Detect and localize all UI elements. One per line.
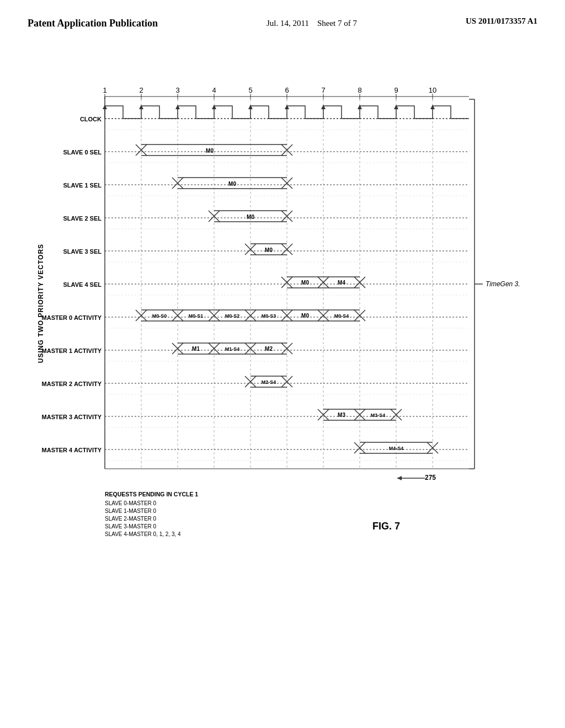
publication-date: Jul. 14, 2011 [266, 19, 309, 28]
s0-m0-label: M0 [206, 148, 214, 154]
label-master4: MASTER 4 ACTIVITY [42, 447, 102, 453]
y-axis-label: USING TWO PRIORITY VECTORS [37, 244, 45, 363]
main-diagram: USING TWO PRIORITY VECTORS 1 2 3 4 5 6 7… [33, 66, 530, 700]
tick-1: 1 [103, 86, 106, 94]
m4-s4-label: M4-S4 [389, 446, 404, 451]
label-slave0: SLAVE 0 SEL [63, 149, 102, 156]
fig-label: FIG. 7 [372, 521, 400, 532]
svg-marker-37 [212, 105, 216, 109]
legend-item2: SLAVE 1-MASTER 0 [105, 508, 157, 514]
label-slave3: SLAVE 3 SEL [63, 248, 102, 255]
m0-label: M0 [301, 313, 309, 319]
m1-s4-label: M1-S4 [225, 346, 240, 352]
tick-3: 3 [175, 86, 179, 94]
m2-s4-label: M2-S4 [262, 379, 276, 385]
m0-s4-label: M0-S4 [334, 313, 349, 319]
tick-6: 6 [285, 86, 289, 94]
m1-label: M1 [192, 346, 200, 352]
label-clock: CLOCK [80, 116, 102, 122]
patent-number: US 2011/0173357 A1 [466, 17, 537, 26]
publication-title: Patent Application Publication [28, 17, 158, 30]
label-master2: MASTER 2 ACTIVITY [42, 381, 102, 387]
header-center: Jul. 14, 2011 Sheet 7 of 7 [266, 17, 357, 30]
sheet-info: Sheet 7 of 7 [317, 19, 357, 28]
s4-m0-label: M0 [301, 280, 309, 286]
svg-marker-36 [175, 105, 180, 109]
m3-label: M3 [338, 412, 345, 418]
annotation-275: 275 [425, 474, 436, 481]
svg-marker-43 [430, 105, 435, 109]
svg-marker-156 [397, 476, 402, 480]
tick-9: 9 [394, 86, 398, 94]
s3-m0-label: M0 [265, 247, 273, 253]
svg-marker-34 [103, 105, 107, 109]
svg-marker-39 [285, 105, 289, 109]
svg-marker-38 [248, 105, 253, 109]
svg-marker-41 [358, 105, 362, 109]
tick-8: 8 [358, 86, 361, 94]
legend-item5: SLAVE 4-MASTER 0, 1, 2, 3, 4 [105, 531, 181, 537]
legend-title: REQUESTS PENDING IN CYCLE 1 [105, 491, 198, 497]
label-master0: MASTER 0 ACTIVITY [42, 314, 102, 321]
m0-s0-label: M0-S0 [152, 313, 167, 319]
m3-s4-label: M3-S4 [371, 413, 386, 418]
m2-label-in-m1: M2 [265, 346, 273, 352]
s1-m0-label: M0 [228, 181, 236, 187]
label-slave2: SLAVE 2 SEL [63, 215, 102, 222]
page-header: Patent Application Publication Jul. 14, … [0, 0, 565, 30]
clock-waveform [103, 105, 469, 119]
m0-s2-label: M0-S2 [225, 313, 240, 319]
tick-7: 7 [321, 86, 325, 94]
tick-10: 10 [429, 86, 436, 94]
label-master1: MASTER 1 ACTIVITY [42, 347, 102, 354]
m0-s3-label: M0-S3 [262, 313, 276, 319]
legend-item3: SLAVE 2-MASTER 0 [105, 516, 157, 522]
svg-marker-42 [394, 105, 398, 109]
tick-4: 4 [212, 86, 216, 94]
s4-m4-label: M4 [338, 280, 345, 286]
legend-item4: SLAVE 3-MASTER 0 [105, 523, 157, 529]
svg-marker-40 [321, 105, 326, 109]
s2-m0-label: M0 [247, 214, 254, 220]
label-master3: MASTER 3 ACTIVITY [42, 414, 102, 420]
svg-marker-35 [139, 105, 143, 109]
m0-s1-label: M0-S1 [189, 313, 204, 319]
tick-5: 5 [248, 86, 252, 94]
label-slave4: SLAVE 4 SEL [63, 281, 102, 288]
timegen-label: TimeGen 3. [486, 280, 520, 288]
tick-2: 2 [139, 86, 143, 94]
legend-item1: SLAVE 0-MASTER 0 [105, 500, 157, 506]
label-slave1: SLAVE 1 SEL [63, 182, 102, 189]
